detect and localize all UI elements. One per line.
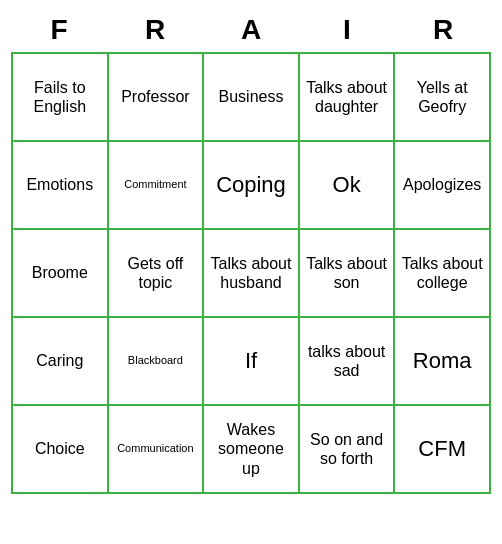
cell-16: Blackboard: [109, 318, 205, 406]
cell-18: talks about sad: [300, 318, 396, 406]
cell-3: Talks about daughter: [300, 54, 396, 142]
cell-2: Business: [204, 54, 300, 142]
cell-11: Gets off topic: [109, 230, 205, 318]
cell-22: Wakes someone up: [204, 406, 300, 494]
cell-1: Professor: [109, 54, 205, 142]
cell-9: Apologizes: [395, 142, 491, 230]
cell-12: Talks about husband: [204, 230, 300, 318]
cell-15: Caring: [13, 318, 109, 406]
header-letter-I-3: I: [299, 10, 395, 50]
cell-23: So on and so forth: [300, 406, 396, 494]
cell-4: Yells at Geofry: [395, 54, 491, 142]
cell-20: Choice: [13, 406, 109, 494]
header-letter-F-0: F: [11, 10, 107, 50]
header-letter-R-1: R: [107, 10, 203, 50]
cell-8: Ok: [300, 142, 396, 230]
header-letter-A-2: A: [203, 10, 299, 50]
cell-19: Roma: [395, 318, 491, 406]
header-letter-R-4: R: [395, 10, 491, 50]
cell-5: Emotions: [13, 142, 109, 230]
bingo-grid: Fails to EnglishProfessorBusinessTalks a…: [11, 52, 491, 494]
header-row: FRAIR: [11, 10, 491, 50]
bingo-card: FRAIR Fails to EnglishProfessorBusinessT…: [11, 10, 491, 494]
cell-17: If: [204, 318, 300, 406]
cell-6: Commitment: [109, 142, 205, 230]
cell-24: CFM: [395, 406, 491, 494]
cell-0: Fails to English: [13, 54, 109, 142]
cell-21: Communication: [109, 406, 205, 494]
cell-13: Talks about son: [300, 230, 396, 318]
cell-10: Broome: [13, 230, 109, 318]
cell-7: Coping: [204, 142, 300, 230]
cell-14: Talks about college: [395, 230, 491, 318]
